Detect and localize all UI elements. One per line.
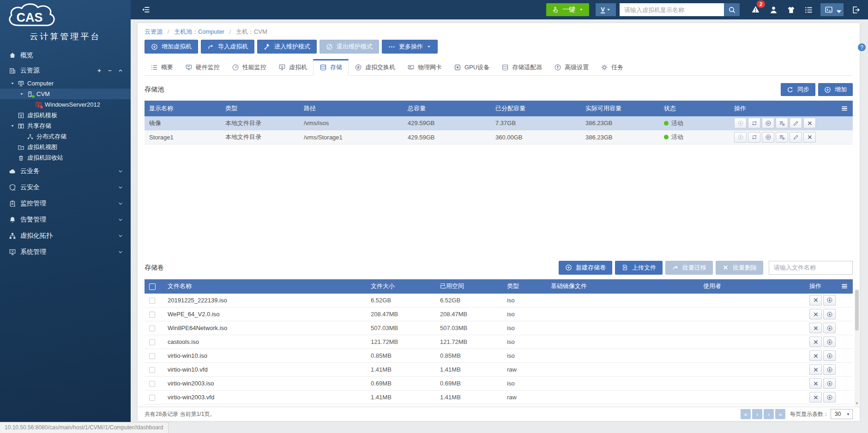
file-search-input[interactable] [769, 261, 853, 275]
volume-row-WePE_64_V2.0.iso[interactable]: WePE_64_V2.0.iso208.47MB208.47MBiso [145, 307, 853, 321]
table-menu-icon[interactable] [841, 105, 848, 112]
pool-action-delete-button[interactable] [803, 118, 816, 128]
pool-action-pause-button[interactable] [762, 132, 774, 143]
sidebar-item-virtualization-topology[interactable]: 虚拟化拓扑 [0, 228, 131, 244]
volume-action-download-button[interactable] [823, 350, 836, 361]
row-checkbox[interactable] [149, 325, 155, 331]
pool-action-start-button[interactable] [734, 132, 747, 143]
volume-action-delete-button[interactable] [809, 323, 822, 333]
volume-action-delete-button[interactable] [809, 309, 822, 319]
volume-action-download-button[interactable] [823, 309, 836, 319]
volume-row-20191225_222139.iso[interactable]: 20191225_222139.iso6.52GB6.52GBiso [145, 294, 853, 307]
pool-action-edit-button[interactable] [790, 118, 802, 128]
tab-physical-nic[interactable]: 物理网卡 [401, 59, 448, 75]
pool-row-Storage1[interactable]: Storage1本地文件目录/vms/Storage1429.59GB360.0… [145, 130, 853, 144]
sidebar-item-shared-storage[interactable]: 共享存储 [0, 120, 131, 131]
table-menu-icon[interactable] [841, 283, 848, 290]
select-all-checkbox[interactable] [149, 283, 156, 290]
sidebar-item-monitor-mgmt[interactable]: 监控管理 [0, 195, 131, 211]
volume-action-download-button[interactable] [823, 378, 836, 389]
scroll-down-icon[interactable]: ▼ [855, 401, 859, 406]
vm-type-selector[interactable]: V [596, 3, 616, 16]
sync-button[interactable]: 同步 [781, 83, 815, 96]
vm-search-input[interactable] [620, 3, 724, 16]
sidebar-item-overview[interactable]: 概览 [0, 48, 131, 63]
sidebar-item-alarm-mgmt[interactable]: 告警管理 [0, 211, 131, 228]
remove-node-icon[interactable] [107, 68, 113, 73]
volume-action-delete-button[interactable] [809, 378, 822, 389]
user-button[interactable] [768, 4, 779, 15]
volume-row-virtio-win2003.vfd[interactable]: virtio-win2003.vfd1.41MB1.41MBraw [145, 391, 853, 404]
row-checkbox[interactable] [149, 312, 155, 318]
volume-action-delete-button[interactable] [809, 350, 822, 361]
sidebar-item-cloud-business[interactable]: 云业务 [0, 163, 131, 179]
add-node-icon[interactable] [96, 68, 102, 73]
volume-action-download-button[interactable] [823, 295, 836, 306]
collapse-sidebar-icon[interactable] [141, 6, 151, 14]
tab-gpu-devices[interactable]: GPU设备 [448, 59, 495, 75]
pool-row-镜像[interactable]: 镜像本地文件目录/vms/isos429.59GB7.37GB386.23GB活… [145, 116, 853, 130]
volume-action-download-button[interactable] [823, 337, 836, 347]
page-size-select[interactable]: 30 ▼ [831, 409, 853, 419]
search-button[interactable] [724, 3, 740, 16]
pool-action-refresh-button[interactable] [748, 118, 760, 128]
volume-action-download-button[interactable] [823, 364, 836, 375]
quick-action-button[interactable]: 一键 [546, 3, 589, 16]
sidebar-item-vm-template[interactable]: 虚拟机模板 [0, 110, 131, 120]
pool-action-start-button[interactable] [734, 118, 747, 128]
breadcrumb-cloud-resources[interactable]: 云资源 [145, 28, 163, 35]
pool-action-edit-button[interactable] [790, 132, 802, 143]
task-list-button[interactable] [803, 4, 814, 15]
volume-action-download-button[interactable] [823, 323, 836, 333]
volume-action-delete-button[interactable] [809, 392, 822, 403]
sidebar-item-distributed-storage[interactable]: 分布式存储 [0, 131, 131, 142]
volume-action-delete-button[interactable] [809, 337, 822, 347]
row-checkbox[interactable] [149, 353, 155, 359]
prev-page-button[interactable]: ‹ [752, 409, 762, 419]
tab-storage-adapter[interactable]: 存储适配器 [495, 59, 548, 75]
add-vm-button[interactable]: 增加虚拟机 [145, 40, 198, 54]
next-page-button[interactable]: › [764, 409, 774, 419]
sidebar-item-system-mgmt[interactable]: 系统管理 [0, 244, 131, 260]
pool-action-delete-button[interactable] [803, 132, 816, 143]
volume-action-download-button[interactable] [823, 392, 836, 403]
scrollbar-thumb[interactable] [855, 290, 859, 331]
tab-virtual-switch[interactable]: 虚拟交换机 [349, 59, 401, 75]
tree-expand-icon[interactable] [19, 92, 27, 96]
sidebar-item-cloud-security[interactable]: 云安全 [0, 179, 131, 195]
tab-summary[interactable]: 概要 [145, 59, 179, 75]
volume-action-delete-button[interactable] [809, 295, 822, 306]
tab-advanced-settings[interactable]: 高级设置 [548, 59, 595, 75]
logout-button[interactable] [850, 4, 861, 15]
tab-storage[interactable]: 存储 [313, 59, 349, 76]
sidebar-item-vm-windowsserver2012[interactable]: WindowsServer2012 [0, 99, 131, 110]
row-checkbox[interactable] [149, 367, 155, 373]
sidebar-item-vm-recycle-bin[interactable]: 虚拟机回收站 [0, 152, 131, 163]
add-pool-button[interactable]: 增加 [818, 83, 853, 96]
volume-row-virtio-win2003.iso[interactable]: virtio-win2003.iso0.69MB0.69MBiso [145, 377, 853, 391]
tab-hardware-monitor[interactable]: 硬件监控 [179, 59, 226, 75]
alarm-button[interactable]: 2 [750, 4, 761, 15]
sidebar-item-vm-view[interactable]: 虚拟机视图 [0, 142, 131, 152]
tab-virtual-machines[interactable]: 虚拟机 [272, 59, 313, 75]
tree-expand-icon[interactable] [10, 124, 18, 128]
volume-row-virtio-win10.vfd[interactable]: virtio-win10.vfd1.41MB1.41MBraw [145, 363, 853, 377]
pool-action-detail-button[interactable] [776, 118, 788, 128]
upload-file-button[interactable]: 上传文件 [615, 261, 663, 275]
row-checkbox[interactable] [149, 381, 155, 387]
sidebar-item-host-cvm[interactable]: CVM [0, 89, 131, 99]
console-switch-button[interactable] [820, 3, 844, 16]
import-vm-button[interactable]: 导入虚拟机 [201, 40, 254, 54]
sidebar-item-cloud-resources[interactable]: 云资源 [0, 63, 131, 78]
volume-row-virtio-win10.iso[interactable]: virtio-win10.iso0.85MB0.85MBiso [145, 349, 853, 363]
row-checkbox[interactable] [149, 339, 155, 345]
volume-row-Win8PE64Network.iso[interactable]: Win8PE64Network.iso507.03MB507.03MBiso [145, 321, 853, 335]
row-checkbox[interactable] [149, 298, 155, 304]
new-volume-button[interactable]: 新建存储卷 [559, 261, 612, 275]
help-button[interactable]: ? [858, 43, 866, 51]
more-actions-button[interactable]: 更多操作 [382, 40, 438, 54]
pool-action-detail-button[interactable] [776, 132, 788, 143]
breadcrumb-host-pool[interactable]: 主机池：Computer [174, 28, 224, 35]
volume-scrollbar[interactable]: ▼ [855, 289, 859, 406]
volume-action-delete-button[interactable] [809, 364, 822, 375]
